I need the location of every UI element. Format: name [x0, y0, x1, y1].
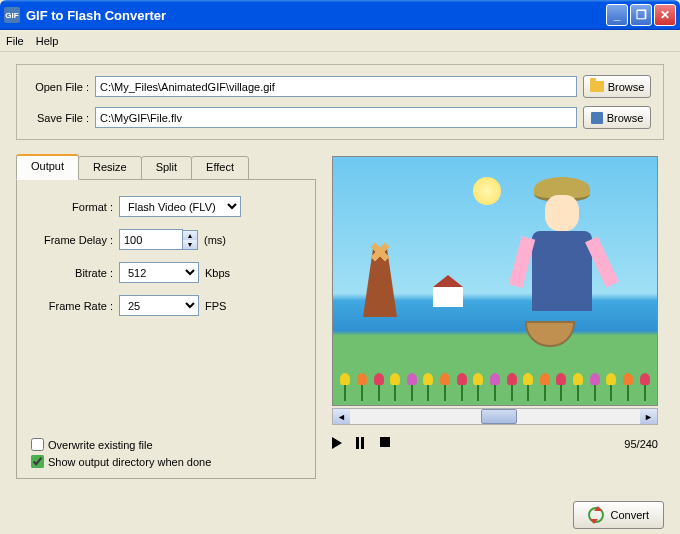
tab-effect[interactable]: Effect — [191, 156, 249, 180]
framerate-select[interactable]: 25 — [119, 295, 199, 316]
play-button[interactable] — [332, 437, 346, 451]
scroll-right-button[interactable]: ► — [640, 409, 657, 424]
bitrate-unit: Kbps — [205, 267, 230, 279]
window-title: GIF to Flash Converter — [26, 8, 606, 23]
browse-open-button[interactable]: Browse — [583, 75, 651, 98]
open-file-input[interactable] — [95, 76, 577, 97]
stop-icon — [380, 437, 390, 447]
play-icon — [332, 437, 342, 449]
maximize-button[interactable]: ❐ — [630, 4, 652, 26]
windmill-graphic — [363, 247, 397, 317]
convert-icon — [588, 507, 604, 523]
title-bar: GIF GIF to Flash Converter _ ❐ ✕ — [0, 0, 680, 30]
save-file-label: Save File : — [29, 112, 89, 124]
open-file-label: Open File : — [29, 81, 89, 93]
folder-icon — [590, 81, 604, 92]
sun-graphic — [473, 177, 501, 205]
menu-bar: File Help — [0, 30, 680, 52]
app-icon: GIF — [4, 7, 20, 23]
framedelay-label: Frame Delay : — [31, 234, 113, 246]
menu-file[interactable]: File — [6, 35, 24, 47]
stop-button[interactable] — [380, 437, 394, 451]
minimize-button[interactable]: _ — [606, 4, 628, 26]
scroll-track[interactable] — [350, 409, 640, 424]
format-select[interactable]: Flash Video (FLV) — [119, 196, 241, 217]
showdir-checkbox[interactable] — [31, 455, 44, 468]
output-panel: Format : Flash Video (FLV) Frame Delay :… — [16, 179, 316, 479]
framedelay-spinner[interactable]: ▲▼ — [183, 230, 198, 250]
playback-controls: 95/240 — [332, 437, 658, 451]
preview-area — [332, 156, 658, 406]
showdir-label: Show output directory when done — [48, 456, 211, 468]
framerate-label: Frame Rate : — [31, 300, 113, 312]
tab-resize[interactable]: Resize — [78, 156, 142, 180]
overwrite-checkbox[interactable] — [31, 438, 44, 451]
tab-bar: Output Resize Split Effect — [16, 156, 316, 180]
bitrate-label: Bitrate : — [31, 267, 113, 279]
bitrate-select[interactable]: 512 — [119, 262, 199, 283]
scroll-thumb[interactable] — [481, 409, 517, 424]
house-graphic — [433, 287, 463, 307]
save-icon — [591, 112, 603, 124]
tab-output[interactable]: Output — [16, 154, 79, 180]
tab-split[interactable]: Split — [141, 156, 192, 180]
menu-help[interactable]: Help — [36, 35, 59, 47]
pause-button[interactable] — [356, 437, 370, 451]
framerate-unit: FPS — [205, 300, 226, 312]
format-label: Format : — [31, 201, 113, 213]
close-button[interactable]: ✕ — [654, 4, 676, 26]
framedelay-input[interactable] — [119, 229, 183, 250]
file-panel: Open File : Browse Save File : Browse — [16, 64, 664, 140]
save-file-input[interactable] — [95, 107, 577, 128]
frame-counter: 95/240 — [624, 438, 658, 450]
pause-icon — [356, 437, 370, 449]
overwrite-label: Overwrite existing file — [48, 439, 153, 451]
tulips-graphic — [333, 345, 657, 405]
preview-scrollbar[interactable]: ◄ ► — [332, 408, 658, 425]
browse-save-button[interactable]: Browse — [583, 106, 651, 129]
framedelay-unit: (ms) — [204, 234, 226, 246]
scroll-left-button[interactable]: ◄ — [333, 409, 350, 424]
convert-button[interactable]: Convert — [573, 501, 664, 529]
